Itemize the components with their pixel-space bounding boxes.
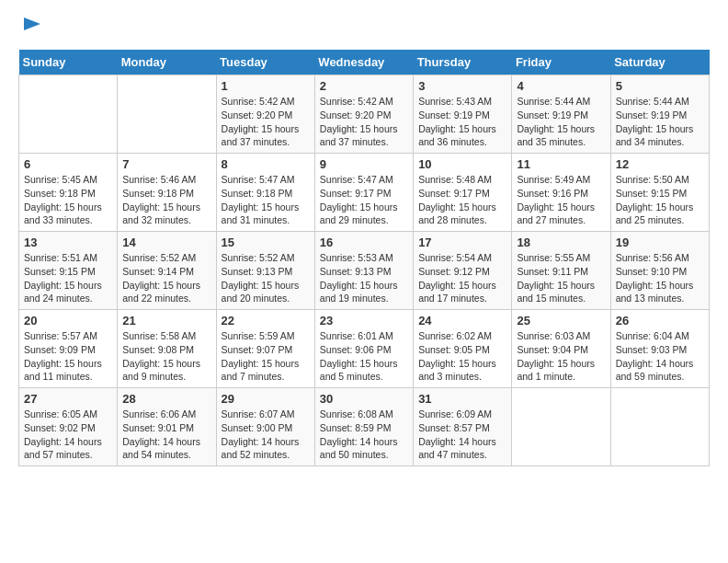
day-info: Sunrise: 5:51 AM Sunset: 9:15 PM Dayligh… — [24, 251, 112, 305]
day-info: Sunrise: 6:09 AM Sunset: 8:57 PM Dayligh… — [418, 408, 506, 462]
day-info: Sunrise: 5:43 AM Sunset: 9:19 PM Dayligh… — [418, 95, 506, 149]
day-cell: 30Sunrise: 6:08 AM Sunset: 8:59 PM Dayli… — [314, 388, 413, 466]
day-cell: 9Sunrise: 5:47 AM Sunset: 9:17 PM Daylig… — [314, 154, 413, 232]
logo-arrow-icon — [22, 14, 42, 34]
day-cell: 17Sunrise: 5:54 AM Sunset: 9:12 PM Dayli… — [414, 232, 512, 310]
day-number: 18 — [517, 236, 605, 249]
day-cell: 29Sunrise: 6:07 AM Sunset: 9:00 PM Dayli… — [216, 388, 314, 466]
day-info: Sunrise: 5:42 AM Sunset: 9:20 PM Dayligh… — [222, 95, 310, 149]
week-row-1: 1Sunrise: 5:42 AM Sunset: 9:20 PM Daylig… — [19, 75, 710, 154]
day-cell: 12Sunrise: 5:50 AM Sunset: 9:15 PM Dayli… — [610, 154, 709, 232]
day-cell: 1Sunrise: 5:42 AM Sunset: 9:20 PM Daylig… — [216, 75, 314, 154]
day-number: 24 — [418, 314, 506, 327]
day-info: Sunrise: 5:55 AM Sunset: 9:11 PM Dayligh… — [517, 251, 605, 305]
day-cell: 26Sunrise: 6:04 AM Sunset: 9:03 PM Dayli… — [610, 310, 709, 388]
day-info: Sunrise: 5:47 AM Sunset: 9:17 PM Dayligh… — [320, 173, 408, 227]
day-number: 23 — [320, 314, 408, 327]
day-number: 25 — [517, 314, 605, 327]
day-number: 20 — [24, 314, 112, 327]
day-info: Sunrise: 6:02 AM Sunset: 9:05 PM Dayligh… — [418, 329, 506, 384]
day-info: Sunrise: 5:49 AM Sunset: 9:16 PM Dayligh… — [517, 173, 605, 227]
day-info: Sunrise: 5:59 AM Sunset: 9:07 PM Dayligh… — [222, 329, 310, 384]
day-cell: 15Sunrise: 5:52 AM Sunset: 9:13 PM Dayli… — [216, 232, 314, 310]
day-info: Sunrise: 6:08 AM Sunset: 8:59 PM Dayligh… — [320, 408, 408, 462]
day-number: 29 — [222, 392, 310, 406]
day-number: 11 — [517, 157, 605, 171]
day-info: Sunrise: 5:44 AM Sunset: 9:19 PM Dayligh… — [616, 95, 704, 149]
day-number: 10 — [418, 157, 506, 171]
day-info: Sunrise: 5:48 AM Sunset: 9:17 PM Dayligh… — [418, 173, 506, 227]
day-number: 5 — [616, 79, 704, 93]
day-cell — [118, 75, 216, 154]
day-info: Sunrise: 5:42 AM Sunset: 9:20 PM Dayligh… — [320, 95, 408, 149]
header-cell-thursday: Thursday — [414, 50, 512, 75]
day-info: Sunrise: 6:06 AM Sunset: 9:01 PM Dayligh… — [122, 408, 210, 462]
day-number: 22 — [222, 314, 310, 327]
day-number: 14 — [122, 236, 210, 249]
day-cell: 4Sunrise: 5:44 AM Sunset: 9:19 PM Daylig… — [512, 75, 610, 154]
day-cell: 19Sunrise: 5:56 AM Sunset: 9:10 PM Dayli… — [610, 232, 709, 310]
day-cell: 11Sunrise: 5:49 AM Sunset: 9:16 PM Dayli… — [512, 154, 610, 232]
day-info: Sunrise: 5:58 AM Sunset: 9:08 PM Dayligh… — [122, 329, 210, 384]
day-cell: 25Sunrise: 6:03 AM Sunset: 9:04 PM Dayli… — [512, 310, 610, 388]
day-info: Sunrise: 5:46 AM Sunset: 9:18 PM Dayligh… — [122, 173, 210, 227]
day-cell: 21Sunrise: 5:58 AM Sunset: 9:08 PM Dayli… — [118, 310, 216, 388]
day-info: Sunrise: 6:07 AM Sunset: 9:00 PM Dayligh… — [222, 408, 310, 462]
day-number: 26 — [616, 314, 704, 327]
day-cell: 6Sunrise: 5:45 AM Sunset: 9:18 PM Daylig… — [19, 154, 118, 232]
logo — [18, 18, 42, 40]
day-cell: 8Sunrise: 5:47 AM Sunset: 9:18 PM Daylig… — [216, 154, 314, 232]
day-cell: 2Sunrise: 5:42 AM Sunset: 9:20 PM Daylig… — [314, 75, 413, 154]
day-cell: 5Sunrise: 5:44 AM Sunset: 9:19 PM Daylig… — [610, 75, 709, 154]
day-cell — [610, 388, 709, 466]
day-info: Sunrise: 5:57 AM Sunset: 9:09 PM Dayligh… — [24, 329, 112, 384]
day-number: 19 — [616, 236, 704, 249]
week-row-5: 27Sunrise: 6:05 AM Sunset: 9:02 PM Dayli… — [19, 388, 710, 466]
week-row-4: 20Sunrise: 5:57 AM Sunset: 9:09 PM Dayli… — [19, 310, 710, 388]
day-info: Sunrise: 5:53 AM Sunset: 9:13 PM Dayligh… — [320, 251, 408, 305]
day-cell: 18Sunrise: 5:55 AM Sunset: 9:11 PM Dayli… — [512, 232, 610, 310]
day-number: 16 — [320, 236, 408, 249]
week-row-2: 6Sunrise: 5:45 AM Sunset: 9:18 PM Daylig… — [19, 154, 710, 232]
day-cell — [512, 388, 610, 466]
day-cell: 10Sunrise: 5:48 AM Sunset: 9:17 PM Dayli… — [414, 154, 512, 232]
header-cell-wednesday: Wednesday — [314, 50, 413, 75]
day-cell: 28Sunrise: 6:06 AM Sunset: 9:01 PM Dayli… — [118, 388, 216, 466]
day-info: Sunrise: 5:52 AM Sunset: 9:14 PM Dayligh… — [122, 251, 210, 305]
day-cell: 16Sunrise: 5:53 AM Sunset: 9:13 PM Dayli… — [314, 232, 413, 310]
day-number: 30 — [320, 392, 408, 406]
day-number: 27 — [24, 392, 112, 406]
day-number: 28 — [122, 392, 210, 406]
day-number: 4 — [517, 79, 605, 93]
day-info: Sunrise: 6:05 AM Sunset: 9:02 PM Dayligh… — [24, 408, 112, 462]
page-header — [18, 18, 710, 40]
header-cell-tuesday: Tuesday — [216, 50, 314, 75]
day-number: 7 — [122, 157, 210, 171]
day-info: Sunrise: 6:03 AM Sunset: 9:04 PM Dayligh… — [517, 329, 605, 384]
header-cell-sunday: Sunday — [19, 50, 118, 75]
day-cell: 14Sunrise: 5:52 AM Sunset: 9:14 PM Dayli… — [118, 232, 216, 310]
day-info: Sunrise: 5:52 AM Sunset: 9:13 PM Dayligh… — [222, 251, 310, 305]
day-number: 21 — [122, 314, 210, 327]
day-number: 8 — [222, 157, 310, 171]
day-cell: 22Sunrise: 5:59 AM Sunset: 9:07 PM Dayli… — [216, 310, 314, 388]
day-info: Sunrise: 6:01 AM Sunset: 9:06 PM Dayligh… — [320, 329, 408, 384]
day-cell: 23Sunrise: 6:01 AM Sunset: 9:06 PM Dayli… — [314, 310, 413, 388]
day-number: 1 — [222, 79, 310, 93]
header-cell-friday: Friday — [512, 50, 610, 75]
day-info: Sunrise: 6:04 AM Sunset: 9:03 PM Dayligh… — [616, 329, 704, 384]
day-cell: 3Sunrise: 5:43 AM Sunset: 9:19 PM Daylig… — [414, 75, 512, 154]
calendar-header-row: SundayMondayTuesdayWednesdayThursdayFrid… — [19, 50, 710, 75]
day-info: Sunrise: 5:54 AM Sunset: 9:12 PM Dayligh… — [418, 251, 506, 305]
day-cell: 13Sunrise: 5:51 AM Sunset: 9:15 PM Dayli… — [19, 232, 118, 310]
day-cell: 20Sunrise: 5:57 AM Sunset: 9:09 PM Dayli… — [19, 310, 118, 388]
day-number: 15 — [222, 236, 310, 249]
week-row-3: 13Sunrise: 5:51 AM Sunset: 9:15 PM Dayli… — [19, 232, 710, 310]
svg-marker-0 — [24, 17, 40, 30]
day-cell: 27Sunrise: 6:05 AM Sunset: 9:02 PM Dayli… — [19, 388, 118, 466]
day-cell — [19, 75, 118, 154]
header-cell-monday: Monday — [118, 50, 216, 75]
day-cell: 7Sunrise: 5:46 AM Sunset: 9:18 PM Daylig… — [118, 154, 216, 232]
header-cell-saturday: Saturday — [610, 50, 709, 75]
day-number: 13 — [24, 236, 112, 249]
